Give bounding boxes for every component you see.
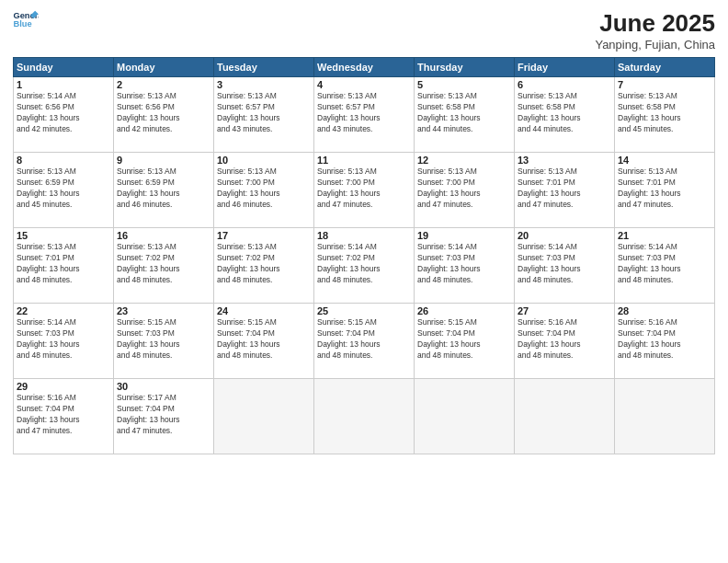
table-row: 17 Sunrise: 5:13 AM Sunset: 7:02 PM Dayl…	[214, 228, 314, 304]
svg-text:Blue: Blue	[13, 19, 31, 29]
day-number: 15	[17, 230, 110, 241]
day-number: 10	[217, 155, 311, 166]
table-row: 28 Sunrise: 5:16 AM Sunset: 7:04 PM Dayl…	[615, 304, 715, 379]
table-row	[615, 379, 715, 454]
calendar-header-row: Sunday Monday Tuesday Wednesday Thursday…	[14, 58, 715, 77]
cell-info: Sunrise: 5:14 AM Sunset: 7:02 PM Dayligh…	[317, 242, 411, 286]
day-number: 17	[217, 230, 311, 241]
cell-info: Sunrise: 5:13 AM Sunset: 6:58 PM Dayligh…	[518, 91, 611, 135]
table-row: 4 Sunrise: 5:13 AM Sunset: 6:57 PM Dayli…	[314, 77, 415, 153]
calendar-week-row: 29 Sunrise: 5:16 AM Sunset: 7:04 PM Dayl…	[14, 379, 715, 454]
page: General Blue June 2025 Yanping, Fujian, …	[0, 0, 728, 563]
table-row: 10 Sunrise: 5:13 AM Sunset: 7:00 PM Dayl…	[214, 153, 314, 228]
table-row: 19 Sunrise: 5:14 AM Sunset: 7:03 PM Dayl…	[415, 228, 515, 304]
day-number: 6	[518, 79, 611, 90]
table-row: 14 Sunrise: 5:13 AM Sunset: 7:01 PM Dayl…	[615, 153, 715, 228]
table-row	[314, 379, 415, 454]
table-row: 22 Sunrise: 5:14 AM Sunset: 7:03 PM Dayl…	[14, 304, 114, 379]
day-number: 27	[518, 305, 611, 316]
day-number: 8	[17, 155, 110, 166]
cell-info: Sunrise: 5:17 AM Sunset: 7:04 PM Dayligh…	[117, 393, 210, 437]
month-title: June 2025	[595, 9, 715, 38]
cell-info: Sunrise: 5:13 AM Sunset: 6:58 PM Dayligh…	[417, 91, 511, 135]
cell-info: Sunrise: 5:13 AM Sunset: 6:58 PM Dayligh…	[618, 91, 711, 135]
table-row: 13 Sunrise: 5:13 AM Sunset: 7:01 PM Dayl…	[515, 153, 615, 228]
cell-info: Sunrise: 5:13 AM Sunset: 7:00 PM Dayligh…	[417, 167, 511, 211]
cell-info: Sunrise: 5:13 AM Sunset: 7:01 PM Dayligh…	[17, 242, 110, 286]
cell-info: Sunrise: 5:13 AM Sunset: 6:56 PM Dayligh…	[117, 91, 210, 135]
cell-info: Sunrise: 5:14 AM Sunset: 7:03 PM Dayligh…	[417, 242, 511, 286]
day-number: 21	[618, 230, 711, 241]
day-number: 24	[217, 305, 311, 316]
col-tuesday: Tuesday	[214, 58, 314, 77]
table-row: 7 Sunrise: 5:13 AM Sunset: 6:58 PM Dayli…	[615, 77, 715, 153]
logo-icon: General Blue	[13, 9, 39, 29]
table-row: 23 Sunrise: 5:15 AM Sunset: 7:03 PM Dayl…	[114, 304, 214, 379]
table-row: 27 Sunrise: 5:16 AM Sunset: 7:04 PM Dayl…	[515, 304, 615, 379]
day-number: 18	[317, 230, 411, 241]
day-number: 5	[417, 79, 511, 90]
table-row: 25 Sunrise: 5:15 AM Sunset: 7:04 PM Dayl…	[314, 304, 415, 379]
cell-info: Sunrise: 5:13 AM Sunset: 7:02 PM Dayligh…	[217, 242, 311, 286]
table-row: 16 Sunrise: 5:13 AM Sunset: 7:02 PM Dayl…	[114, 228, 214, 304]
table-row: 24 Sunrise: 5:15 AM Sunset: 7:04 PM Dayl…	[214, 304, 314, 379]
calendar-week-row: 8 Sunrise: 5:13 AM Sunset: 6:59 PM Dayli…	[14, 153, 715, 228]
calendar-week-row: 15 Sunrise: 5:13 AM Sunset: 7:01 PM Dayl…	[14, 228, 715, 304]
day-number: 16	[117, 230, 210, 241]
logo: General Blue	[13, 9, 39, 29]
day-number: 23	[117, 305, 210, 316]
table-row: 9 Sunrise: 5:13 AM Sunset: 6:59 PM Dayli…	[114, 153, 214, 228]
table-row: 20 Sunrise: 5:14 AM Sunset: 7:03 PM Dayl…	[515, 228, 615, 304]
cell-info: Sunrise: 5:14 AM Sunset: 6:56 PM Dayligh…	[17, 91, 110, 135]
cell-info: Sunrise: 5:13 AM Sunset: 7:01 PM Dayligh…	[618, 167, 711, 211]
table-row	[214, 379, 314, 454]
table-row: 26 Sunrise: 5:15 AM Sunset: 7:04 PM Dayl…	[415, 304, 515, 379]
table-row: 2 Sunrise: 5:13 AM Sunset: 6:56 PM Dayli…	[114, 77, 214, 153]
day-number: 30	[117, 381, 210, 392]
title-block: June 2025 Yanping, Fujian, China	[595, 9, 715, 52]
table-row: 3 Sunrise: 5:13 AM Sunset: 6:57 PM Dayli…	[214, 77, 314, 153]
calendar-week-row: 1 Sunrise: 5:14 AM Sunset: 6:56 PM Dayli…	[14, 77, 715, 153]
cell-info: Sunrise: 5:15 AM Sunset: 7:04 PM Dayligh…	[217, 317, 311, 362]
table-row: 5 Sunrise: 5:13 AM Sunset: 6:58 PM Dayli…	[415, 77, 515, 153]
calendar-week-row: 22 Sunrise: 5:14 AM Sunset: 7:03 PM Dayl…	[14, 304, 715, 379]
day-number: 19	[417, 230, 511, 241]
cell-info: Sunrise: 5:13 AM Sunset: 7:00 PM Dayligh…	[317, 167, 411, 211]
day-number: 4	[317, 79, 411, 90]
day-number: 22	[17, 305, 110, 316]
cell-info: Sunrise: 5:15 AM Sunset: 7:04 PM Dayligh…	[417, 317, 511, 362]
cell-info: Sunrise: 5:15 AM Sunset: 7:04 PM Dayligh…	[317, 317, 411, 362]
day-number: 14	[618, 155, 711, 166]
day-number: 12	[417, 155, 511, 166]
table-row: 15 Sunrise: 5:13 AM Sunset: 7:01 PM Dayl…	[14, 228, 114, 304]
table-row: 21 Sunrise: 5:14 AM Sunset: 7:03 PM Dayl…	[615, 228, 715, 304]
day-number: 28	[618, 305, 711, 316]
table-row: 11 Sunrise: 5:13 AM Sunset: 7:00 PM Dayl…	[314, 153, 415, 228]
calendar: Sunday Monday Tuesday Wednesday Thursday…	[13, 57, 715, 454]
cell-info: Sunrise: 5:13 AM Sunset: 7:02 PM Dayligh…	[117, 242, 210, 286]
cell-info: Sunrise: 5:14 AM Sunset: 7:03 PM Dayligh…	[17, 317, 110, 362]
cell-info: Sunrise: 5:16 AM Sunset: 7:04 PM Dayligh…	[618, 317, 711, 362]
cell-info: Sunrise: 5:13 AM Sunset: 6:59 PM Dayligh…	[17, 167, 110, 211]
header: General Blue June 2025 Yanping, Fujian, …	[13, 9, 715, 52]
cell-info: Sunrise: 5:13 AM Sunset: 7:01 PM Dayligh…	[518, 167, 611, 211]
day-number: 2	[117, 79, 210, 90]
table-row: 1 Sunrise: 5:14 AM Sunset: 6:56 PM Dayli…	[14, 77, 114, 153]
day-number: 29	[17, 381, 110, 392]
col-monday: Monday	[114, 58, 214, 77]
day-number: 9	[117, 155, 210, 166]
col-saturday: Saturday	[615, 58, 715, 77]
col-friday: Friday	[515, 58, 615, 77]
location: Yanping, Fujian, China	[595, 38, 715, 52]
day-number: 20	[518, 230, 611, 241]
cell-info: Sunrise: 5:14 AM Sunset: 7:03 PM Dayligh…	[518, 242, 611, 286]
table-row: 8 Sunrise: 5:13 AM Sunset: 6:59 PM Dayli…	[14, 153, 114, 228]
cell-info: Sunrise: 5:13 AM Sunset: 6:57 PM Dayligh…	[217, 91, 311, 135]
day-number: 1	[17, 79, 110, 90]
cell-info: Sunrise: 5:15 AM Sunset: 7:03 PM Dayligh…	[117, 317, 210, 362]
day-number: 13	[518, 155, 611, 166]
cell-info: Sunrise: 5:16 AM Sunset: 7:04 PM Dayligh…	[17, 393, 110, 437]
table-row: 18 Sunrise: 5:14 AM Sunset: 7:02 PM Dayl…	[314, 228, 415, 304]
cell-info: Sunrise: 5:16 AM Sunset: 7:04 PM Dayligh…	[518, 317, 611, 362]
table-row	[515, 379, 615, 454]
